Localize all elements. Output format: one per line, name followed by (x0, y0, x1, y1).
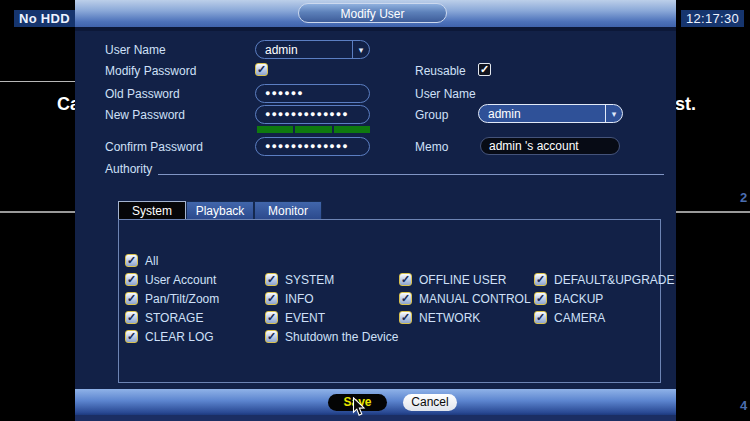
permission-label: OFFLINE USER (419, 273, 506, 287)
checkbox-checked-icon[interactable]: ✓ (399, 292, 412, 305)
checkmark-icon: ✓ (126, 293, 137, 304)
group-label: Group (415, 108, 448, 122)
footer-bottom-strip (75, 415, 676, 421)
checkmark-icon: ✓ (535, 312, 546, 323)
old-password-input[interactable]: ●●●●●● (255, 84, 370, 103)
memo-input[interactable]: admin 's account (480, 137, 620, 155)
checkbox-checked-icon[interactable]: ✓ (265, 330, 278, 343)
dialog-titlebar: Modify User (75, 0, 676, 31)
permission-label: BACKUP (554, 292, 603, 306)
permission-info[interactable]: ✓ INFO (265, 289, 399, 308)
permission-clear-log[interactable]: ✓ CLEAR LOG (125, 327, 265, 346)
permission-event[interactable]: ✓ EVENT (265, 308, 399, 327)
checkmark-icon: ✓ (535, 293, 546, 304)
permission-label: EVENT (285, 311, 325, 325)
permission-label: DEFAULT&UPGRADE (554, 273, 674, 287)
dialog-footer: Save Cancel (75, 389, 676, 415)
strength-segment (257, 126, 293, 133)
group-value: admin (479, 107, 521, 121)
confirm-password-input[interactable]: ●●●●●●●●●●●●● (255, 137, 370, 156)
checkmark-icon: ✓ (126, 274, 137, 285)
checkmark-icon: ✓ (535, 274, 546, 285)
checkbox-checked-icon[interactable]: ✓ (265, 311, 278, 324)
authority-section-label: Authority (105, 162, 152, 176)
checkmark-icon: ✓ (400, 312, 411, 323)
permission-manual-control[interactable]: ✓ MANUAL CONTROL (399, 289, 534, 308)
authority-divider-line (158, 174, 664, 175)
chevron-down-icon[interactable]: ▾ (605, 105, 622, 122)
tab-system[interactable]: System (118, 201, 186, 219)
permission-label: SYSTEM (285, 273, 334, 287)
permission-pan-tilt-zoom[interactable]: ✓ Pan/Tilt/Zoom (125, 289, 265, 308)
permission-label: Shutdown the Device (285, 330, 398, 344)
permission-storage[interactable]: ✓ STORAGE (125, 308, 265, 327)
checkmark-icon: ✓ (400, 274, 411, 285)
right-user-name-label: User Name (415, 87, 476, 101)
user-name-label: User Name (105, 43, 166, 57)
cancel-button[interactable]: Cancel (403, 394, 457, 411)
channel-2-number: 2 (740, 190, 747, 205)
tab-monitor[interactable]: Monitor (254, 201, 322, 219)
checkmark-icon: ✓ (256, 64, 267, 75)
permission-label: All (145, 254, 158, 268)
group-dropdown[interactable]: admin ▾ (478, 104, 623, 123)
permission-default-upgrade[interactable]: ✓ DEFAULT&UPGRADE (534, 270, 674, 289)
checkmark-icon: ✓ (266, 331, 277, 342)
channel-4-number: 4 (740, 398, 747, 413)
modify-password-checkbox[interactable]: ✓ (255, 63, 268, 76)
permission-backup[interactable]: ✓ BACKUP (534, 289, 674, 308)
checkbox-checked-icon[interactable]: ✓ (399, 273, 412, 286)
checkbox-checked-icon[interactable]: ✓ (125, 330, 138, 343)
permission-user-account[interactable]: ✓ User Account (125, 270, 265, 289)
permission-label: CAMERA (554, 311, 605, 325)
modify-user-dialog: Modify User User Name admin ▾ Modify Pas… (75, 0, 676, 421)
permission-label: MANUAL CONTROL (419, 292, 531, 306)
reusable-checkbox[interactable]: ✓ (478, 63, 491, 76)
modify-password-label: Modify Password (105, 64, 196, 78)
permission-shutdown-device[interactable]: ✓ Shutdown the Device (265, 327, 399, 346)
authority-tabs: System Playback Monitor (118, 201, 322, 219)
permission-network[interactable]: ✓ NETWORK (399, 308, 534, 327)
password-strength-meter (257, 126, 370, 133)
permission-offline-user[interactable]: ✓ OFFLINE USER (399, 270, 534, 289)
checkbox-checked-icon[interactable]: ✓ (125, 273, 138, 286)
checkmark-icon: ✓ (479, 64, 490, 75)
permission-label: STORAGE (145, 311, 203, 325)
reusable-label: Reusable (415, 64, 466, 78)
checkbox-checked-icon[interactable]: ✓ (534, 311, 547, 324)
checkmark-icon: ✓ (266, 293, 277, 304)
system-clock: 12:17:30 (681, 10, 744, 27)
permission-label: INFO (285, 292, 314, 306)
old-password-masked-value: ●●●●●● (256, 89, 304, 98)
permission-all[interactable]: ✓ All (125, 251, 265, 270)
user-name-dropdown[interactable]: admin ▾ (255, 40, 370, 59)
old-password-label: Old Password (105, 87, 180, 101)
video-wall-screen: Can not find network host. Can not find … (0, 0, 750, 421)
permissions-panel: ✓ All ✓ User Account ✓ SYSTEM ✓ OFFLINE … (118, 219, 661, 383)
checkbox-checked-icon[interactable]: ✓ (399, 311, 412, 324)
checkbox-checked-icon[interactable]: ✓ (265, 273, 278, 286)
new-password-input[interactable]: ●●●●●●●●●●●●● (255, 105, 370, 124)
confirm-password-label: Confirm Password (105, 140, 203, 154)
tab-playback[interactable]: Playback (186, 201, 254, 219)
strength-segment (295, 126, 331, 133)
new-password-label: New Password (105, 108, 185, 122)
no-hdd-status-badge: No HDD (14, 10, 75, 27)
dialog-title: Modify User (298, 3, 447, 23)
checkmark-icon: ✓ (126, 255, 137, 266)
strength-segment (334, 126, 370, 133)
checkbox-checked-icon[interactable]: ✓ (125, 254, 138, 267)
checkbox-checked-icon[interactable]: ✓ (125, 292, 138, 305)
checkmark-icon: ✓ (266, 312, 277, 323)
checkmark-icon: ✓ (266, 274, 277, 285)
video-artifact-line (0, 81, 75, 82)
checkbox-checked-icon[interactable]: ✓ (534, 273, 547, 286)
permission-camera[interactable]: ✓ CAMERA (534, 308, 674, 327)
checkbox-checked-icon[interactable]: ✓ (125, 311, 138, 324)
memo-value: admin 's account (481, 139, 579, 153)
checkbox-checked-icon[interactable]: ✓ (534, 292, 547, 305)
permission-label: NETWORK (419, 311, 480, 325)
chevron-down-icon[interactable]: ▾ (352, 41, 369, 58)
permission-system[interactable]: ✓ SYSTEM (265, 270, 399, 289)
checkbox-checked-icon[interactable]: ✓ (265, 292, 278, 305)
